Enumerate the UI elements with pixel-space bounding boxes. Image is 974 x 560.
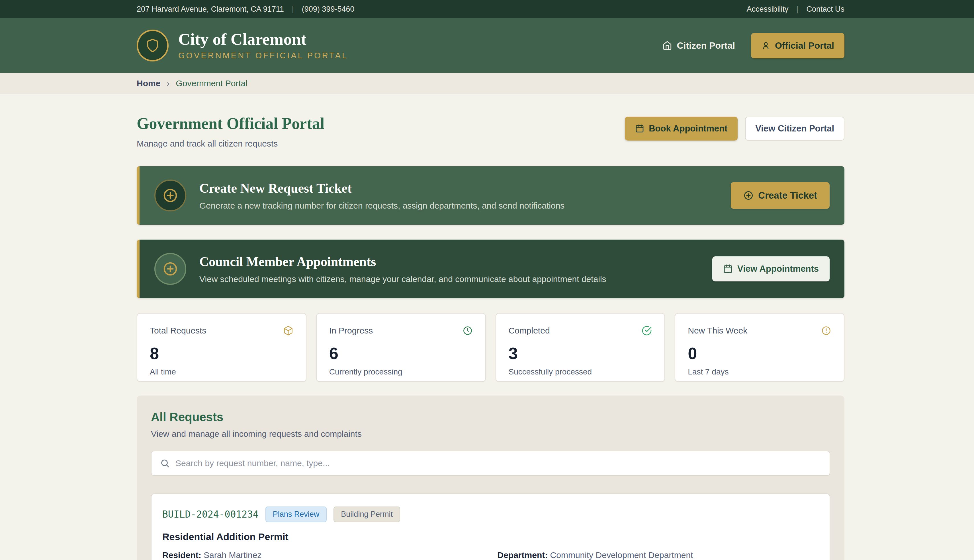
shield-icon	[145, 38, 160, 53]
contact-us-link[interactable]: Contact Us	[806, 5, 844, 14]
top-utility-bar: 207 Harvard Avenue, Claremont, CA 91711 …	[0, 0, 974, 18]
view-citizen-portal-button[interactable]: View Citizen Portal	[745, 117, 844, 140]
calendar-icon	[723, 264, 733, 274]
view-appointments-button[interactable]: View Appointments	[712, 257, 830, 282]
request-resident-field: Resident: Sarah Martinez	[162, 550, 484, 560]
create-ticket-button[interactable]: Create Ticket	[731, 182, 830, 209]
request-department-field: Department: Community Development Depart…	[498, 550, 819, 560]
stat-label: In Progress	[329, 326, 373, 335]
appointments-badge	[154, 253, 186, 285]
clock-icon	[463, 325, 473, 336]
calendar-icon	[635, 124, 644, 133]
user-icon	[761, 41, 770, 50]
city-title: City of Claremont	[178, 31, 348, 48]
topbar-links-divider: |	[796, 5, 798, 14]
create-ticket-badge	[154, 180, 186, 212]
alert-circle-icon	[821, 325, 831, 336]
create-ticket-title: Create New Request Ticket	[199, 181, 565, 196]
page-subtitle: Manage and track all citizen requests	[137, 139, 324, 148]
plus-circle-icon	[162, 261, 178, 277]
breadcrumb-bar: Home › Government Portal	[0, 73, 974, 94]
stat-value: 0	[688, 344, 831, 363]
stat-sublabel: Last 7 days	[688, 367, 831, 377]
check-circle-icon	[642, 325, 652, 336]
create-ticket-banner: Create New Request Ticket Generate a new…	[137, 166, 844, 225]
official-portal-button[interactable]: Official Portal	[751, 33, 844, 58]
stat-label: New This Week	[688, 326, 747, 335]
portal-tagline: GOVERNMENT OFFICIAL PORTAL	[178, 51, 348, 60]
request-id: BUILD-2024-001234	[162, 509, 259, 520]
city-phone: (909) 399-5460	[302, 5, 354, 14]
breadcrumb-separator: ›	[167, 78, 169, 88]
home-icon	[662, 41, 672, 50]
appointments-description: View scheduled meetings with citizens, m…	[199, 274, 606, 284]
plus-circle-icon	[743, 190, 753, 201]
stats-row: Total Requests 8 All time In Progress	[137, 313, 844, 382]
accessibility-link[interactable]: Accessibility	[747, 5, 788, 14]
book-appointment-button[interactable]: Book Appointment	[625, 117, 738, 140]
request-title: Residential Addition Permit	[162, 531, 819, 542]
stat-sublabel: All time	[150, 367, 293, 377]
status-badge: Plans Review	[266, 507, 327, 522]
package-icon	[283, 325, 293, 336]
type-badge: Building Permit	[334, 507, 400, 522]
stat-label: Completed	[509, 326, 550, 335]
search-icon	[160, 458, 170, 468]
brand: City of Claremont GOVERNMENT OFFICIAL PO…	[137, 30, 348, 62]
stat-card-in-progress: In Progress 6 Currently processing	[316, 313, 486, 382]
topbar-divider: |	[292, 5, 294, 14]
stat-label: Total Requests	[150, 326, 206, 335]
all-requests-title: All Requests	[151, 410, 830, 424]
request-card[interactable]: BUILD-2024-001234 Plans Review Building …	[151, 493, 830, 560]
citizen-portal-link[interactable]: Citizen Portal	[662, 40, 735, 51]
search-input[interactable]	[175, 458, 821, 468]
create-ticket-description: Generate a new tracking number for citiz…	[199, 201, 565, 210]
city-logo	[137, 30, 169, 62]
breadcrumb: Home › Government Portal	[0, 78, 377, 88]
breadcrumb-home-link[interactable]: Home	[137, 78, 160, 88]
stat-card-new-this-week: New This Week 0 Last 7 days	[675, 313, 844, 382]
appointments-title: Council Member Appointments	[199, 254, 606, 269]
page-title: Government Official Portal	[137, 114, 324, 133]
council-appointments-banner: Council Member Appointments View schedul…	[137, 240, 844, 298]
stat-value: 6	[329, 344, 473, 363]
stat-card-total-requests: Total Requests 8 All time	[137, 313, 306, 382]
plus-circle-icon	[162, 188, 178, 203]
search-bar	[151, 451, 830, 476]
stat-value: 3	[509, 344, 652, 363]
stat-sublabel: Currently processing	[329, 367, 473, 377]
stat-value: 8	[150, 344, 293, 363]
stat-card-completed: Completed 3 Successfully processed	[496, 313, 665, 382]
site-header: City of Claremont GOVERNMENT OFFICIAL PO…	[0, 18, 974, 73]
all-requests-subtitle: View and manage all incoming requests an…	[151, 429, 830, 439]
all-requests-panel: All Requests View and manage all incomin…	[137, 395, 844, 560]
breadcrumb-current: Government Portal	[176, 78, 247, 88]
stat-sublabel: Successfully processed	[509, 367, 652, 377]
city-address: 207 Harvard Avenue, Claremont, CA 91711	[137, 5, 284, 14]
